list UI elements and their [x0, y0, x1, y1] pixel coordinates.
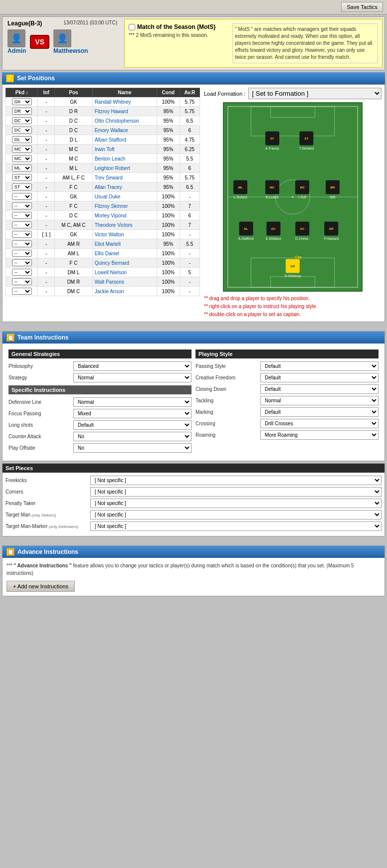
sp-select[interactable]: [ Not specific ]: [90, 510, 382, 520]
cell-name[interactable]: Walt Parsons: [92, 277, 157, 287]
cell-inf: -: [38, 239, 55, 249]
cell-name[interactable]: Morley Vipond: [92, 211, 157, 220]
player-name-field: L.Robert: [233, 195, 247, 198]
cell-name[interactable]: Randall Whitney: [92, 97, 157, 107]
player-token[interactable]: DL A.Stafford: [238, 221, 254, 240]
player-token[interactable]: DR F.Haward: [324, 221, 339, 240]
sp-select[interactable]: [ Not specific ]: [90, 487, 382, 497]
closing-down-select[interactable]: Default: [260, 384, 379, 394]
cell-name[interactable]: Lowell Nielson: [92, 268, 157, 277]
focus-passing-row: Focus Passing Mixed: [8, 409, 192, 418]
cell-pkd: ST: [6, 173, 38, 182]
player-shirt: DR: [324, 221, 338, 235]
passing-style-select[interactable]: Default: [260, 361, 379, 371]
pkd-select[interactable]: DC: [12, 117, 32, 124]
sp-select[interactable]: [ Not specific ]: [90, 521, 382, 531]
focus-passing-select[interactable]: Mixed: [73, 409, 192, 418]
pkd-select[interactable]: --: [12, 193, 32, 200]
player-token[interactable]: Cap GK R.Whitney: [285, 259, 301, 277]
cell-name[interactable]: Fitzroy Haward: [92, 107, 157, 116]
cell-name[interactable]: Theodore Victors: [92, 220, 157, 230]
strategy-select[interactable]: Normal: [73, 373, 192, 382]
cell-name[interactable]: Allan Tracey: [92, 182, 157, 192]
cell-name[interactable]: Ellis Daniel: [92, 249, 157, 258]
play-offside-label: Play Offside: [8, 445, 73, 451]
play-offside-select[interactable]: No: [73, 443, 192, 453]
creative-freedom-select[interactable]: Default: [260, 373, 379, 382]
player-token[interactable]: MC B.Leach: [265, 180, 279, 198]
pkd-select[interactable]: --: [12, 240, 32, 247]
pkd-select[interactable]: --: [12, 259, 32, 266]
pkd-select[interactable]: DC: [12, 127, 32, 134]
cell-name[interactable]: Victor Walton: [92, 230, 157, 239]
pkd-select[interactable]: --: [12, 202, 32, 209]
player-token[interactable]: DC O.Christ..: [295, 221, 310, 240]
table-row: -- - D C Morley Vipond 100% 6: [6, 211, 200, 220]
tackling-select[interactable]: Normal: [260, 396, 379, 405]
pkd-select[interactable]: ST: [12, 174, 32, 181]
counter-attack-select[interactable]: No: [73, 432, 192, 441]
player-token[interactable]: ST A.Tracey: [265, 132, 279, 150]
sp-select[interactable]: [ Not specific ]: [90, 499, 382, 508]
pkd-select[interactable]: --: [12, 278, 32, 285]
cell-name[interactable]: Otto Christopherson: [92, 116, 157, 126]
cell-name[interactable]: Jackie Anson: [92, 287, 157, 296]
add-instructions-button[interactable]: + Add new Instructions: [6, 581, 75, 592]
crossing-select[interactable]: Drill Crosses: [260, 419, 379, 428]
pkd-select[interactable]: DL: [12, 136, 32, 143]
cell-name[interactable]: Alban Stafford: [92, 135, 157, 145]
player-pos-on-shirt: GK: [290, 264, 295, 267]
cell-pkd: --: [6, 192, 38, 201]
defensive-line-select[interactable]: Normal: [73, 397, 192, 407]
pkd-select[interactable]: MC: [12, 155, 32, 162]
cell-pos: F C: [55, 182, 92, 192]
pkd-select[interactable]: ST: [12, 183, 32, 190]
cell-inf: -: [38, 164, 55, 173]
player-token[interactable]: ST T.Seward: [299, 132, 314, 150]
player-name-field: I.Toft: [295, 195, 309, 198]
player-token[interactable]: MR MR: [326, 180, 340, 198]
pkd-select[interactable]: --: [12, 250, 32, 257]
player-token[interactable]: DC E.Wallace: [266, 221, 281, 240]
cell-avr: 7: [180, 220, 199, 230]
advance-instructions-header: 📋 Advance Instructions: [2, 546, 385, 558]
table-row: DC - D C Emory Wallace 95% 6: [6, 126, 200, 135]
pkd-select[interactable]: --: [12, 212, 32, 219]
pkd-select[interactable]: MC: [12, 146, 32, 153]
cell-name[interactable]: Quincy Bernard: [92, 258, 157, 268]
pkd-select[interactable]: --: [12, 288, 32, 295]
cell-name[interactable]: Usual Duke: [92, 192, 157, 201]
pkd-select[interactable]: GK: [12, 98, 32, 105]
pkd-select[interactable]: --: [12, 231, 32, 238]
cell-pkd: --: [6, 287, 38, 296]
cell-name[interactable]: Leighton Robert: [92, 164, 157, 173]
player-token[interactable]: ML L.Robert: [233, 180, 247, 198]
save-tactics-button[interactable]: Save Tactics: [341, 2, 383, 12]
pkd-select[interactable]: DR: [12, 108, 32, 115]
player-token[interactable]: MC I.Toft: [295, 180, 309, 198]
cell-name[interactable]: Irwin Toft: [92, 145, 157, 154]
col-pkd: Pkd ↕: [6, 88, 38, 97]
roaming-select[interactable]: More Roaming: [260, 430, 379, 440]
long-shots-select[interactable]: Default: [73, 420, 192, 430]
mots-checkbox[interactable]: [129, 24, 135, 30]
philosophy-select[interactable]: Balanced: [73, 361, 192, 371]
player-shirt: MC: [295, 180, 309, 194]
sp-select[interactable]: [ Not specific ]: [90, 476, 382, 485]
sp-label: Target Man (only Strikers): [5, 512, 90, 518]
marking-select[interactable]: Default: [260, 407, 379, 417]
cell-inf: -: [38, 192, 55, 201]
cell-inf: -: [38, 211, 55, 220]
cell-name[interactable]: Benton Leach: [92, 154, 157, 164]
cell-name[interactable]: Emory Wallace: [92, 126, 157, 135]
pkd-select[interactable]: --: [12, 269, 32, 276]
cell-name[interactable]: Eliot Martell: [92, 239, 157, 249]
formation-select[interactable]: [ Set to Formation ]: [248, 88, 382, 99]
pkd-select[interactable]: --: [12, 221, 32, 228]
set-pieces-body: Freekicks [ Not specific ] Corners [ Not…: [2, 473, 385, 536]
cell-name[interactable]: Fitzroy Skinner: [92, 201, 157, 211]
cell-name[interactable]: Trev Seward: [92, 173, 157, 182]
pkd-select[interactable]: ML: [12, 165, 32, 172]
player-shirt: MC: [265, 180, 279, 194]
section-gap-1: [0, 324, 387, 329]
